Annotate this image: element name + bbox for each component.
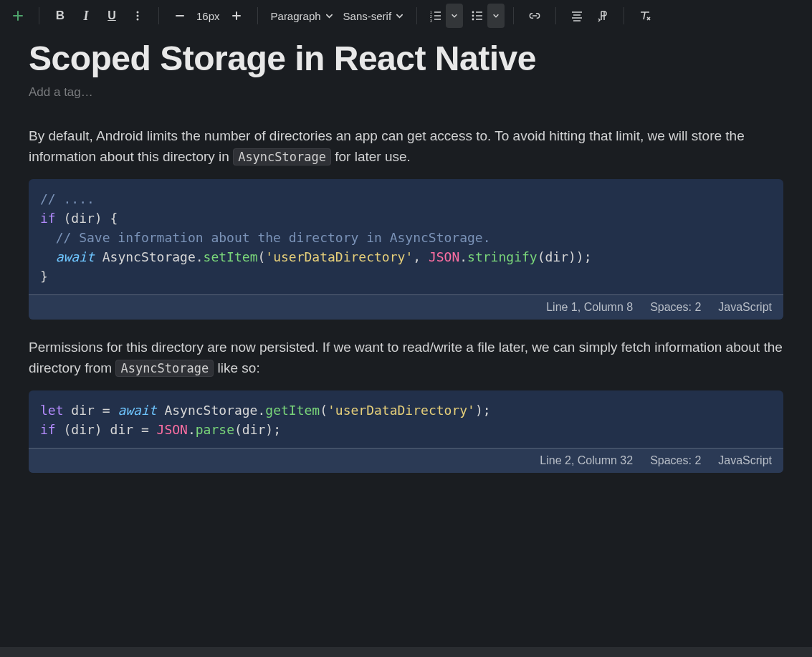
paragraph[interactable]: Permissions for this directory are now p… [29,337,783,379]
inline-code: AsyncStorage [115,360,214,377]
code-token: await [118,403,156,418]
chevron-down-icon [396,12,403,20]
document-content[interactable]: Scoped Storage in React Native Add a tag… [0,32,812,473]
font-family-label: Sans-serif [343,10,392,22]
unordered-list-button[interactable] [467,4,487,28]
code-token: parse [196,422,234,437]
svg-point-8 [472,19,474,21]
toolbar-separator [257,7,258,24]
paragraph[interactable]: By default, Android limits the number of… [29,125,783,168]
chevron-down-icon [325,12,333,20]
increase-font-button[interactable] [224,4,249,28]
text-direction-button[interactable] [591,4,615,28]
unordered-list-options[interactable] [487,4,505,28]
toolbar-separator [158,7,159,24]
code-token: . [188,422,196,437]
decrease-font-button[interactable] [168,4,192,28]
italic-button[interactable]: I [74,4,98,28]
code-token: if [40,422,56,437]
ordered-list-button[interactable]: 123 [426,4,446,28]
code-token: stringify [467,249,538,264]
code-token: if [40,211,56,226]
svg-point-1 [137,15,139,17]
cursor-position: Line 2, Column 32 [540,454,633,467]
indent-setting[interactable]: Spaces: 2 [650,454,701,467]
code-token: JSON [429,249,459,264]
svg-text:3: 3 [430,19,432,22]
code-token: AsyncStorage [95,249,196,264]
code-token: await [56,249,95,264]
toolbar-separator [513,7,514,24]
bold-button[interactable]: B [48,4,72,28]
svg-point-2 [137,19,139,21]
status-bar [0,647,812,657]
add-block-button[interactable] [6,4,30,28]
code-token: // .... [40,191,95,206]
code-token: 'userDataDirectory' [328,403,475,418]
svg-point-7 [472,15,474,17]
indent-setting[interactable]: Spaces: 2 [650,301,701,314]
toolbar-separator [624,7,624,24]
code-token: (dir) dir = [56,422,157,437]
code-token: ( [320,403,328,418]
ordered-list-options[interactable] [446,4,463,28]
code-token: getItem [265,403,320,418]
code-token: (dir) { [56,211,118,226]
code-token: , [413,249,429,264]
link-button[interactable] [522,4,547,28]
toolbar-separator [416,7,417,24]
code-token: let [40,403,64,418]
language-setting[interactable]: JavaScript [718,301,772,314]
code-token: 'userDataDirectory' [265,249,413,264]
code-token: } [40,269,48,284]
code-token: ( [257,249,265,264]
font-size-display: 16px [194,4,223,28]
toolbar: B I U 16px Paragraph Sans-serif 123 [0,0,812,32]
block-style-label: Paragraph [271,10,321,22]
code-token: JSON [157,422,188,437]
code-block[interactable]: let dir = await AsyncStorage.getItem('us… [29,390,783,473]
svg-point-0 [137,11,139,14]
code-token: ); [475,403,491,418]
svg-point-6 [472,11,474,14]
code-token: . [196,249,204,264]
code-block[interactable]: // .... if (dir) { // Save information a… [29,179,783,320]
code-token: setItem [204,249,258,264]
toolbar-separator [39,7,39,24]
more-formatting-button[interactable] [125,4,150,28]
code-token: // Save information about the directory … [40,230,491,245]
language-setting[interactable]: JavaScript [718,454,772,467]
page-title[interactable]: Scoped Storage in React Native [29,39,783,78]
code-token: AsyncStorage [157,403,258,418]
align-button[interactable] [565,4,589,28]
tag-input[interactable]: Add a tag… [29,85,783,100]
toolbar-separator [555,7,556,24]
inline-code: AsyncStorage [233,148,331,166]
code-token: . [257,403,265,418]
font-family-select[interactable]: Sans-serif [339,4,409,28]
underline-button[interactable]: U [100,4,124,28]
text-run: like so: [214,360,259,375]
code-footer: Line 1, Column 8 Spaces: 2 JavaScript [29,294,783,320]
text-run: for later use. [331,149,411,164]
code-token: (dir); [234,422,281,437]
code-token: dir = [64,403,118,418]
cursor-position: Line 1, Column 8 [546,301,633,314]
clear-formatting-button[interactable] [633,4,657,28]
ordered-list-group: 123 [426,4,463,28]
code-token: . [459,249,467,264]
code-body[interactable]: // .... if (dir) { // Save information a… [29,179,783,294]
unordered-list-group [467,4,505,28]
block-style-select[interactable]: Paragraph [267,4,338,28]
code-body[interactable]: let dir = await AsyncStorage.getItem('us… [29,390,783,448]
code-token: (dir)); [538,249,592,264]
code-footer: Line 2, Column 32 Spaces: 2 JavaScript [29,448,783,473]
